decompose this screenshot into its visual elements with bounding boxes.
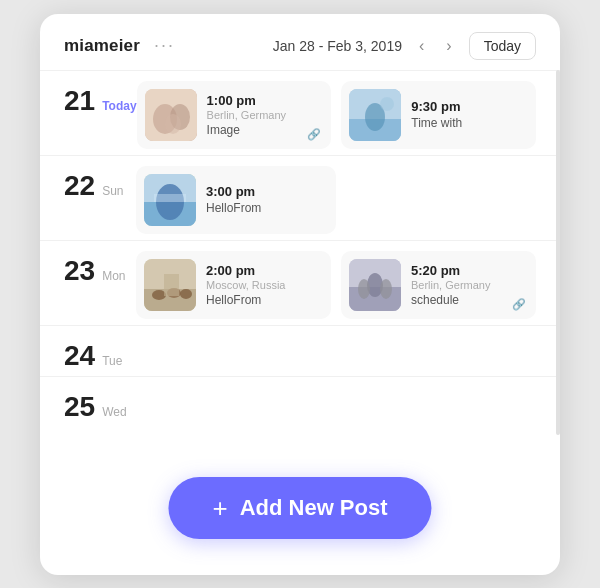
event-time: 2:00 pm bbox=[206, 263, 319, 278]
add-post-area: + Add New Post bbox=[40, 435, 560, 575]
svg-point-22 bbox=[380, 279, 392, 299]
event-name: HelloFrom bbox=[206, 293, 319, 307]
day-label: Wed bbox=[102, 405, 126, 419]
date-range: Jan 28 - Feb 3, 2019 bbox=[273, 38, 402, 54]
day-row: 23Mon2:00 pmMoscow, RussiaHelloFrom5:20 … bbox=[40, 240, 560, 325]
event-card[interactable]: 9:30 pmTime with bbox=[341, 81, 536, 149]
event-info: 1:00 pmBerlin, GermanyImage bbox=[207, 93, 320, 137]
event-card[interactable]: 5:20 pmBerlin, Germanyschedule🔗 bbox=[341, 251, 536, 319]
prev-week-button[interactable]: ‹ bbox=[414, 35, 429, 57]
day-row: 25Wed bbox=[40, 376, 560, 427]
event-thumbnail bbox=[145, 89, 197, 141]
event-info: 5:20 pmBerlin, Germanyschedule bbox=[411, 263, 524, 307]
day-number: 25 bbox=[64, 393, 95, 421]
svg-point-21 bbox=[358, 279, 370, 299]
add-post-label: Add New Post bbox=[240, 495, 388, 521]
link-icon[interactable]: 🔗 bbox=[512, 298, 526, 311]
event-info: 2:00 pmMoscow, RussiaHelloFrom bbox=[206, 263, 319, 307]
day-number-block: 24Tue bbox=[64, 336, 136, 370]
event-time: 5:20 pm bbox=[411, 263, 524, 278]
day-number: 24 bbox=[64, 342, 95, 370]
event-info: 9:30 pmTime with bbox=[411, 99, 524, 130]
day-number-block: 21Today bbox=[64, 81, 137, 115]
event-name: HelloFrom bbox=[206, 201, 324, 215]
event-name: schedule bbox=[411, 293, 524, 307]
svg-point-16 bbox=[180, 289, 192, 299]
svg-point-3 bbox=[165, 114, 181, 134]
event-info: 3:00 pmHelloFrom bbox=[206, 184, 324, 215]
plus-icon: + bbox=[212, 495, 227, 521]
day-number: 21 bbox=[64, 87, 95, 115]
day-label: Mon bbox=[102, 269, 125, 283]
event-time: 1:00 pm bbox=[207, 93, 320, 108]
event-thumbnail bbox=[144, 174, 196, 226]
event-location: Berlin, Germany bbox=[411, 279, 524, 291]
add-new-post-button[interactable]: + Add New Post bbox=[168, 477, 431, 539]
calendar-card: miameier ··· Jan 28 - Feb 3, 2019 ‹ › To… bbox=[40, 14, 560, 575]
event-name: Image bbox=[207, 123, 320, 137]
days-scroll-area[interactable]: 21Today1:00 pmBerlin, GermanyImage🔗9:30 … bbox=[40, 70, 560, 435]
calendar-header: miameier ··· Jan 28 - Feb 3, 2019 ‹ › To… bbox=[40, 14, 560, 70]
calendar-body: 21Today1:00 pmBerlin, GermanyImage🔗9:30 … bbox=[40, 70, 560, 575]
event-location: Moscow, Russia bbox=[206, 279, 319, 291]
events-container: 3:00 pmHelloFrom bbox=[136, 166, 536, 234]
day-number: 22 bbox=[64, 172, 95, 200]
svg-point-7 bbox=[380, 97, 394, 111]
svg-rect-17 bbox=[164, 274, 179, 296]
day-label: Sun bbox=[102, 184, 123, 198]
event-location: Berlin, Germany bbox=[207, 109, 320, 121]
link-icon[interactable]: 🔗 bbox=[307, 128, 321, 141]
events-container: 1:00 pmBerlin, GermanyImage🔗9:30 pmTime … bbox=[137, 81, 536, 149]
event-card[interactable]: 1:00 pmBerlin, GermanyImage🔗 bbox=[137, 81, 332, 149]
events-container: 2:00 pmMoscow, RussiaHelloFrom5:20 pmBer… bbox=[136, 251, 536, 319]
event-time: 3:00 pm bbox=[206, 184, 324, 199]
event-card[interactable]: 2:00 pmMoscow, RussiaHelloFrom bbox=[136, 251, 331, 319]
event-thumbnail bbox=[349, 89, 401, 141]
event-name: Time with bbox=[411, 116, 524, 130]
day-number-block: 25Wed bbox=[64, 387, 136, 421]
day-label: Tue bbox=[102, 354, 122, 368]
event-card[interactable]: 3:00 pmHelloFrom bbox=[136, 166, 336, 234]
day-label: Today bbox=[102, 99, 136, 113]
svg-point-14 bbox=[152, 290, 166, 300]
today-button[interactable]: Today bbox=[469, 32, 536, 60]
day-number-block: 22Sun bbox=[64, 166, 136, 200]
more-options-icon[interactable]: ··· bbox=[154, 35, 175, 56]
svg-rect-11 bbox=[154, 194, 186, 202]
event-time: 9:30 pm bbox=[411, 99, 524, 114]
day-row: 22Sun3:00 pmHelloFrom bbox=[40, 155, 560, 240]
account-name: miameier bbox=[64, 36, 140, 56]
day-row: 24Tue bbox=[40, 325, 560, 376]
day-number-block: 23Mon bbox=[64, 251, 136, 285]
event-thumbnail bbox=[349, 259, 401, 311]
day-row: 21Today1:00 pmBerlin, GermanyImage🔗9:30 … bbox=[40, 70, 560, 155]
day-number: 23 bbox=[64, 257, 95, 285]
next-week-button[interactable]: › bbox=[441, 35, 456, 57]
event-thumbnail bbox=[144, 259, 196, 311]
